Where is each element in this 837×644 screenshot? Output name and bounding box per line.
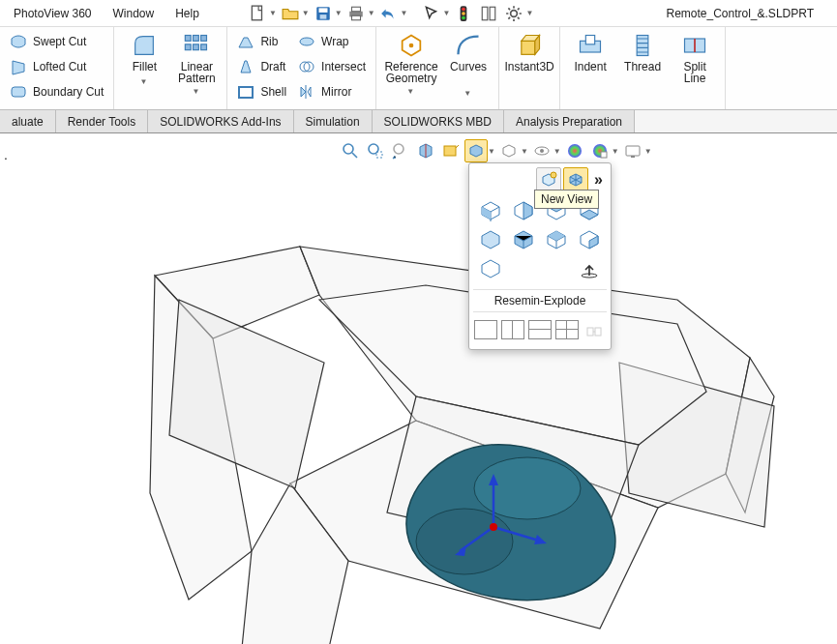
wrap-button[interactable]: Wrap — [294, 30, 370, 53]
save-dropdown[interactable]: ▼ — [335, 9, 343, 17]
bottom-view-button[interactable] — [509, 227, 538, 252]
trimetric-view-button[interactable] — [476, 256, 505, 281]
svg-point-9 — [463, 12, 466, 15]
svg-rect-26 — [522, 41, 535, 54]
more-views-button[interactable]: » — [590, 171, 607, 189]
top-view-button[interactable] — [476, 227, 505, 252]
svg-point-22 — [300, 38, 314, 45]
lofted-cut-button[interactable]: Lofted Cut — [6, 55, 107, 78]
print-button[interactable] — [344, 2, 368, 25]
svg-rect-16 — [194, 36, 199, 42]
svg-point-51 — [474, 457, 581, 519]
curves-button[interactable]: Curves▼ — [444, 30, 493, 102]
svg-rect-28 — [585, 36, 594, 44]
select-dropdown[interactable]: ▼ — [443, 9, 451, 17]
open-doc-dropdown[interactable]: ▼ — [302, 9, 310, 17]
svg-point-10 — [463, 15, 466, 19]
tab-evaluate[interactable]: aluate — [0, 110, 56, 132]
draft-button[interactable]: Draft — [233, 55, 290, 78]
settings-button[interactable] — [502, 2, 525, 25]
svg-rect-5 — [351, 7, 360, 12]
traffic-light-icon[interactable] — [452, 2, 475, 25]
four-viewport-button[interactable] — [555, 320, 579, 339]
tab-render-tools[interactable]: Render Tools — [56, 110, 149, 132]
split-line-button[interactable]: Split Line — [671, 30, 719, 86]
document-title: Remote_Control_&.SLDPRT — [666, 7, 833, 20]
tab-solidworks-addins[interactable]: SOLIDWORKS Add-Ins — [148, 110, 293, 132]
link-views-button — [583, 320, 606, 343]
menu-help[interactable]: Help — [165, 3, 209, 24]
normal-to-view-button[interactable] — [575, 256, 604, 281]
tab-simulation[interactable]: Simulation — [294, 110, 373, 132]
svg-rect-6 — [351, 15, 360, 20]
svg-point-13 — [511, 10, 518, 16]
svg-point-59 — [490, 523, 497, 531]
svg-rect-17 — [201, 36, 207, 42]
saved-view-item[interactable]: Resemin-Explode — [473, 289, 607, 312]
single-viewport-button[interactable] — [474, 320, 497, 339]
new-doc-dropdown[interactable]: ▼ — [269, 9, 277, 17]
tooltip-new-view: New View — [534, 190, 599, 209]
svg-rect-3 — [319, 15, 326, 19]
open-doc-button[interactable] — [279, 2, 302, 25]
tab-solidworks-mbd[interactable]: SOLIDWORKS MBD — [373, 110, 504, 132]
indent-button[interactable]: Indent — [566, 30, 614, 74]
settings-dropdown[interactable]: ▼ — [525, 9, 533, 17]
front-view-button[interactable] — [476, 198, 505, 223]
dimetric-view-button[interactable] — [575, 227, 604, 252]
rib-button[interactable]: Rib — [233, 30, 290, 53]
svg-rect-14 — [12, 87, 25, 97]
reference-geometry-button[interactable]: Reference Geometry▼ — [382, 30, 440, 100]
svg-rect-18 — [186, 44, 192, 50]
instant3d-button[interactable]: Instant3D — [505, 30, 553, 74]
svg-rect-11 — [483, 7, 489, 20]
menu-bar: PhotoView 360 Window Help ▼ ▼ ▼ ▼ ▼ ▼ ▼ … — [0, 0, 837, 27]
svg-rect-2 — [318, 8, 327, 13]
print-dropdown[interactable]: ▼ — [368, 9, 375, 17]
svg-rect-21 — [239, 87, 253, 98]
svg-point-25 — [409, 44, 414, 48]
two-vert-viewport-button[interactable] — [528, 320, 552, 339]
two-horiz-viewport-button[interactable] — [501, 320, 524, 339]
pin-icon[interactable] — [211, 6, 223, 21]
menu-photoview360[interactable]: PhotoView 360 — [4, 3, 102, 24]
svg-point-52 — [416, 509, 513, 574]
boundary-cut-button[interactable]: Boundary Cut — [6, 80, 107, 103]
new-doc-button[interactable] — [246, 2, 269, 25]
undo-button[interactable] — [377, 2, 401, 25]
options-button[interactable] — [477, 2, 500, 25]
linear-pattern-button[interactable]: Linear Pattern▼ — [172, 30, 221, 100]
isometric-view-button[interactable] — [542, 227, 571, 252]
svg-rect-0 — [252, 6, 261, 20]
undo-dropdown[interactable]: ▼ — [401, 9, 408, 17]
svg-rect-12 — [491, 7, 496, 20]
save-button[interactable] — [312, 2, 335, 25]
model-viewport[interactable] — [0, 145, 837, 644]
svg-point-60 — [551, 172, 556, 178]
tab-analysis-preparation[interactable]: Analysis Preparation — [504, 110, 635, 132]
svg-rect-20 — [201, 44, 207, 50]
shell-button[interactable]: Shell — [233, 80, 290, 103]
tab-strip: aluate Render Tools SOLIDWORKS Add-Ins S… — [0, 110, 837, 133]
mirror-button[interactable]: Mirror — [294, 80, 370, 103]
swept-cut-button[interactable]: Swept Cut — [6, 30, 107, 53]
svg-rect-19 — [194, 44, 199, 50]
select-button[interactable] — [420, 2, 443, 25]
svg-rect-63 — [595, 328, 601, 336]
svg-rect-15 — [186, 36, 192, 42]
svg-point-8 — [463, 7, 466, 11]
svg-rect-62 — [587, 328, 593, 336]
ribbon: Swept Cut Lofted Cut Boundary Cut Fillet… — [0, 27, 837, 110]
menu-window[interactable]: Window — [104, 3, 164, 24]
thread-button[interactable]: Thread — [618, 30, 667, 74]
intersect-button[interactable]: Intersect — [294, 55, 370, 78]
fillet-button[interactable]: Fillet▼ — [120, 30, 168, 90]
